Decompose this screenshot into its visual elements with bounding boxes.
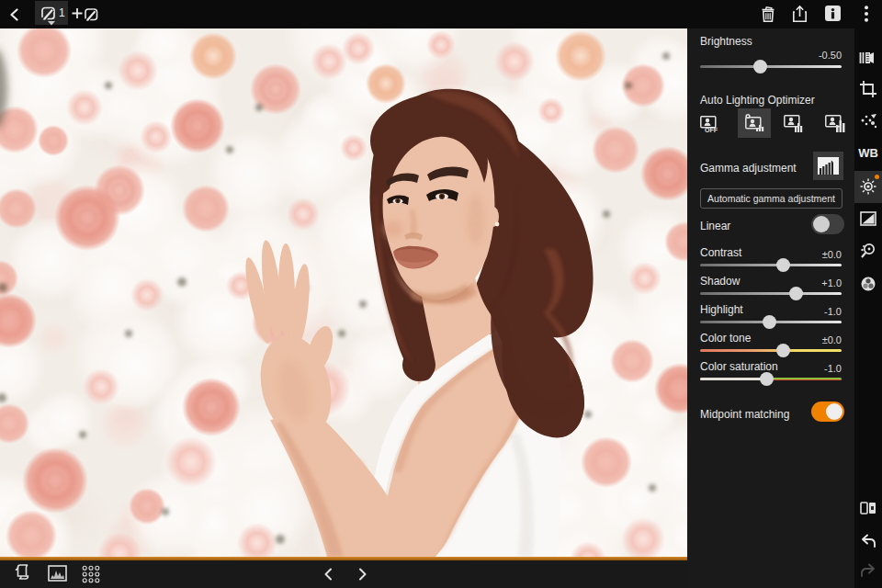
- svg-text:OFF: OFF: [705, 127, 718, 133]
